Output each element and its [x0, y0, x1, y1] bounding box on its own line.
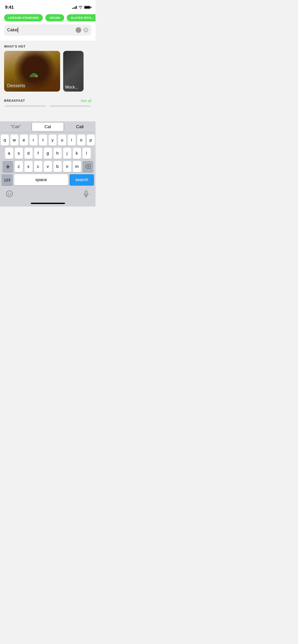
breakfast-card-2[interactable]	[49, 105, 92, 107]
backspace-icon	[85, 164, 91, 169]
top-area: LIFESUM STANDARD VEGAN GLUTEN INTO... Ca…	[0, 11, 96, 41]
whats-hot-header: WHAT'S HOT	[0, 41, 96, 51]
key-n[interactable]: n	[63, 161, 71, 172]
desserts-label: Desserts	[7, 83, 25, 89]
autocomplete-right-text: Call	[76, 124, 84, 129]
search-bar[interactable]: Cake ✕	[4, 24, 91, 36]
key-z[interactable]: z	[15, 161, 23, 172]
filter-chips: LIFESUM STANDARD VEGAN GLUTEN INTO...	[0, 11, 96, 24]
mic-key[interactable]	[81, 188, 91, 199]
key-u[interactable]: u	[58, 135, 66, 146]
key-o[interactable]: o	[77, 135, 85, 146]
whats-hot-title: WHAT'S HOT	[4, 45, 26, 48]
hot-cards-row: Desserts Mock...	[0, 51, 96, 92]
autocomplete-middle-text: Cal	[45, 124, 51, 129]
status-bar: 9:41	[0, 0, 96, 11]
autocomplete-left[interactable]: "Cak"	[0, 121, 31, 132]
keyboard-overlay: "Cak" Cal Call q w e r t y u i o p a s	[0, 121, 96, 207]
key-f[interactable]: f	[34, 148, 42, 159]
key-d[interactable]: d	[24, 148, 33, 159]
chip-lifesum-standard[interactable]: LIFESUM STANDARD	[4, 14, 43, 21]
breakfast-card-1[interactable]	[4, 105, 47, 107]
key-x[interactable]: x	[24, 161, 33, 172]
keyboard-rows: q w e r t y u i o p a s d f g h j k l	[0, 133, 96, 185]
emoji-icon	[6, 190, 13, 197]
svg-point-3	[33, 76, 35, 77]
shift-key[interactable]	[3, 161, 13, 172]
mocktails-card[interactable]: Mock...	[63, 51, 84, 92]
mic-icon	[83, 190, 89, 197]
battery-icon	[84, 6, 90, 9]
key-b[interactable]: b	[53, 161, 62, 172]
breakfast-cards-row	[0, 105, 96, 107]
key-y[interactable]: y	[49, 135, 57, 146]
key-v[interactable]: v	[44, 161, 52, 172]
text-cursor	[18, 27, 18, 33]
emoji-key[interactable]	[4, 188, 15, 199]
status-icons	[72, 6, 90, 9]
key-g[interactable]: g	[44, 148, 52, 159]
chip-gluten[interactable]: GLUTEN INTO...	[67, 14, 96, 21]
wifi-icon	[78, 6, 83, 9]
key-k[interactable]: k	[73, 148, 81, 159]
key-row-4: 123 space search	[1, 174, 95, 185]
key-j[interactable]: j	[63, 148, 71, 159]
mocktails-label: Mock...	[65, 85, 78, 90]
key-row-3: z x c v b n m	[1, 161, 95, 172]
key-row-1: q w e r t y u i o p	[1, 135, 95, 146]
autocomplete-middle[interactable]: Cal	[32, 123, 63, 131]
key-w[interactable]: w	[10, 135, 19, 146]
signal-icon	[72, 6, 77, 9]
search-text: Cake	[7, 27, 17, 33]
key-p[interactable]: p	[87, 135, 95, 146]
key-a[interactable]: a	[5, 148, 13, 159]
key-l[interactable]: l	[83, 148, 91, 159]
search-key[interactable]: search	[70, 174, 94, 185]
autocomplete-right[interactable]: Call	[64, 121, 96, 132]
keyboard-bottom-row	[0, 187, 96, 201]
svg-point-9	[10, 193, 11, 194]
desserts-card[interactable]: Desserts	[4, 51, 60, 92]
backspace-key[interactable]	[83, 161, 93, 172]
chip-vegan[interactable]: VEGAN	[45, 14, 64, 21]
svg-point-7	[6, 191, 12, 197]
search-input[interactable]: Cake	[7, 27, 74, 33]
breakfast-title: BREAKFAST	[4, 99, 25, 103]
autocomplete-bar: "Cak" Cal Call	[0, 121, 96, 133]
status-time: 9:41	[5, 5, 14, 10]
key-e[interactable]: e	[20, 135, 28, 146]
key-m[interactable]: m	[73, 161, 81, 172]
svg-point-2	[32, 73, 36, 76]
svg-point-4	[32, 76, 33, 77]
svg-rect-10	[85, 191, 87, 194]
key-r[interactable]: r	[30, 135, 38, 146]
numeric-key[interactable]: 123	[2, 174, 13, 185]
breakfast-header: BREAKFAST See all	[0, 95, 96, 105]
autocomplete-divider-left	[31, 123, 32, 130]
key-t[interactable]: t	[39, 135, 47, 146]
main-content: WHAT'S HOT Desserts Mock...	[0, 41, 96, 107]
see-all-button[interactable]: See all	[80, 99, 91, 103]
search-mic-dot	[76, 27, 81, 33]
key-q[interactable]: q	[1, 135, 9, 146]
key-h[interactable]: h	[53, 148, 62, 159]
home-indicator	[31, 203, 65, 204]
autocomplete-left-text: "Cak"	[11, 125, 21, 129]
key-c[interactable]: c	[34, 161, 42, 172]
breakfast-section: BREAKFAST See all	[0, 95, 96, 107]
leaf-decoration	[28, 69, 40, 79]
shift-icon	[5, 164, 10, 169]
svg-point-8	[8, 193, 9, 194]
key-row-2: a s d f g h j k l	[1, 148, 95, 159]
clear-button[interactable]: ✕	[83, 27, 88, 33]
key-s[interactable]: s	[15, 148, 23, 159]
key-i[interactable]: i	[68, 135, 76, 146]
space-key[interactable]: space	[14, 174, 68, 185]
